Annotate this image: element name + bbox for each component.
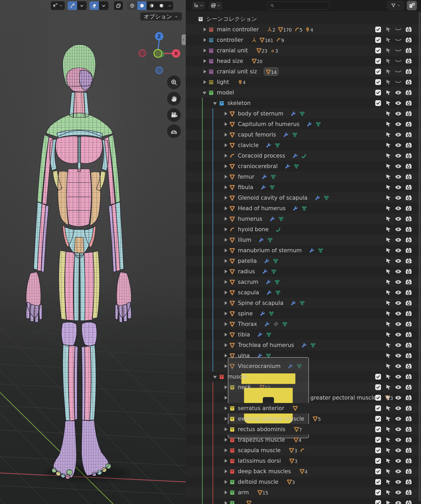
selectable-cursor-icon[interactable] <box>385 363 392 370</box>
eye-open-icon[interactable] <box>394 152 402 160</box>
navigation-gizmo[interactable]: Z X <box>137 26 182 79</box>
selectable-cursor-icon[interactable] <box>385 352 392 359</box>
render-camera-icon[interactable] <box>405 226 412 233</box>
render-camera-icon[interactable] <box>405 215 412 223</box>
outliner-row[interactable]: model <box>186 87 421 98</box>
selectable-cursor-icon[interactable] <box>385 26 392 33</box>
outliner-row[interactable]: rectus abdominis7 <box>186 424 421 435</box>
eye-open-icon[interactable] <box>394 226 402 233</box>
selectable-cursor-icon[interactable] <box>385 268 392 275</box>
eye-closed-icon[interactable] <box>394 36 402 44</box>
outliner-row[interactable]: main controller217054 <box>186 24 421 35</box>
selectable-cursor-icon[interactable] <box>385 415 392 422</box>
eye-open-icon[interactable] <box>394 331 402 339</box>
render-camera-icon[interactable] <box>405 289 412 296</box>
eye-closed-icon[interactable] <box>394 57 402 65</box>
eye-open-icon[interactable] <box>394 352 402 360</box>
outliner-row[interactable]: controller1619 <box>186 35 421 45</box>
disclosure-collapsed-icon[interactable] <box>222 310 229 317</box>
disclosure-collapsed-icon[interactable] <box>222 121 229 128</box>
eye-open-icon[interactable] <box>394 362 402 370</box>
outliner-row[interactable]: deep back muscles4 <box>186 466 421 477</box>
render-camera-icon[interactable] <box>405 57 412 65</box>
disclosure-collapsed-icon[interactable] <box>222 331 229 338</box>
outliner-row[interactable]: deltoid muscle3 <box>186 477 421 487</box>
proportional-edit-button[interactable] <box>68 1 77 10</box>
eye-closed-icon[interactable] <box>394 47 402 54</box>
selectable-cursor-icon[interactable] <box>385 152 392 159</box>
eye-open-icon[interactable] <box>394 289 402 296</box>
selectable-cursor-icon[interactable] <box>385 110 392 117</box>
render-camera-icon[interactable] <box>405 89 412 96</box>
render-camera-icon[interactable] <box>405 426 412 433</box>
outliner-row[interactable]: sacrum <box>186 277 421 287</box>
render-camera-icon[interactable] <box>405 436 412 443</box>
render-camera-icon[interactable] <box>405 120 412 128</box>
eye-open-icon[interactable] <box>394 236 402 244</box>
eye-open-icon[interactable] <box>394 320 402 328</box>
zoom-button[interactable] <box>167 75 181 89</box>
disclosure-collapsed-icon[interactable] <box>222 415 229 422</box>
outliner-scrollbar[interactable] <box>419 12 420 501</box>
disclosure-collapsed-icon[interactable] <box>222 468 229 475</box>
exclude-checkbox[interactable] <box>375 100 381 106</box>
selectable-cursor-icon[interactable] <box>385 300 392 306</box>
selectable-cursor-icon[interactable] <box>385 426 392 433</box>
outliner-row[interactable]: arm15 <box>186 487 421 498</box>
eye-open-icon[interactable] <box>394 405 402 412</box>
eye-open-icon[interactable] <box>394 394 402 402</box>
render-camera-icon[interactable] <box>405 362 412 370</box>
outliner-row[interactable]: radius <box>186 266 421 277</box>
render-camera-icon[interactable] <box>405 205 412 212</box>
selectable-cursor-icon[interactable] <box>385 373 392 380</box>
eye-open-icon[interactable] <box>394 173 402 181</box>
disclosure-collapsed-icon[interactable] <box>222 184 229 191</box>
snap-button[interactable] <box>89 1 99 10</box>
render-camera-icon[interactable] <box>405 268 412 275</box>
selectable-cursor-icon[interactable] <box>385 247 392 254</box>
eye-open-icon[interactable] <box>394 194 402 202</box>
eye-open-icon[interactable] <box>394 415 402 423</box>
disclosure-collapsed-icon[interactable] <box>222 500 229 504</box>
selectable-cursor-icon[interactable] <box>385 500 392 504</box>
selectable-cursor-icon[interactable] <box>385 173 392 180</box>
exclude-checkbox[interactable] <box>375 79 381 85</box>
disclosure-collapsed-icon[interactable] <box>222 163 229 170</box>
render-camera-icon[interactable] <box>405 499 412 504</box>
disclosure-collapsed-icon[interactable] <box>222 215 229 222</box>
render-camera-icon[interactable] <box>405 47 412 54</box>
render-camera-icon[interactable] <box>405 36 412 44</box>
viewport-3d[interactable]: オプション Z X <box>0 0 186 504</box>
selectable-cursor-icon[interactable] <box>385 142 392 149</box>
outliner-row[interactable]: Head of humerus <box>186 203 421 214</box>
selectable-cursor-icon[interactable] <box>385 37 392 43</box>
select-visibility-button[interactable] <box>51 1 65 10</box>
render-camera-icon[interactable] <box>405 447 412 454</box>
eye-open-icon[interactable] <box>394 278 402 286</box>
eye-open-icon[interactable] <box>394 299 402 307</box>
selectable-cursor-icon[interactable] <box>385 58 392 64</box>
outliner-row[interactable]: fibula <box>186 182 421 193</box>
eye-open-icon[interactable] <box>394 268 402 275</box>
disclosure-collapsed-icon[interactable] <box>222 457 229 464</box>
gizmo-neg-x-axis[interactable] <box>139 50 146 57</box>
disclosure-collapsed-icon[interactable] <box>222 268 229 275</box>
disclosure-collapsed-icon[interactable] <box>222 489 229 496</box>
exclude-checkbox[interactable] <box>375 374 381 380</box>
outliner-row[interactable]: latissimus dorsi3 <box>186 456 421 466</box>
outliner-row[interactable]: head size20 <box>186 56 421 66</box>
exclude-checkbox[interactable] <box>375 48 381 53</box>
disclosure-collapsed-icon[interactable] <box>222 258 229 264</box>
render-camera-icon[interactable] <box>405 142 412 149</box>
exclude-checkbox[interactable] <box>375 500 381 504</box>
selectable-cursor-icon[interactable] <box>385 215 392 222</box>
outliner-row[interactable]: Coracoid process <box>186 150 421 161</box>
selectable-cursor-icon[interactable] <box>385 205 392 212</box>
eye-open-icon[interactable] <box>394 110 402 118</box>
render-camera-icon[interactable] <box>405 489 412 496</box>
render-camera-icon[interactable] <box>405 247 412 254</box>
render-camera-icon[interactable] <box>405 194 412 201</box>
outliner-row[interactable]: scapula <box>186 287 421 298</box>
gizmo-toggle-button[interactable] <box>114 1 123 10</box>
disclosure-collapsed-icon[interactable] <box>222 426 229 433</box>
